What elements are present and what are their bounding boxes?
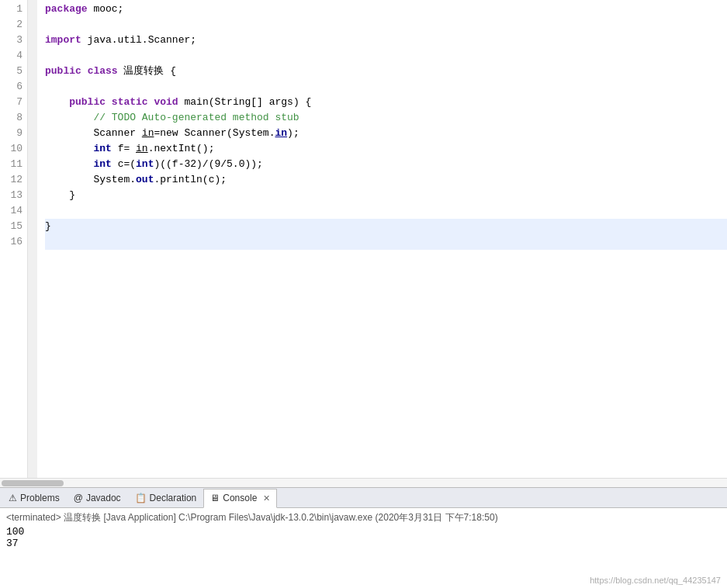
- line-number: 6: [0, 79, 23, 95]
- code-line: Scanner in=new Scanner(System.in);: [45, 126, 727, 141]
- code-token: }: [45, 188, 75, 203]
- code-token: package: [45, 2, 88, 17]
- code-token: )((f-32)/(9/5.0));: [154, 157, 262, 172]
- code-token: in: [275, 126, 287, 141]
- watermark: https://blog.csdn.net/qq_44235147: [590, 576, 721, 585]
- console-tab-icon: 🖥: [210, 493, 220, 503]
- code-line: [45, 79, 727, 95]
- line-number: 14: [0, 203, 23, 219]
- javadoc-tab-icon: @: [74, 493, 83, 503]
- line-number: 16: [0, 234, 23, 250]
- code-token: void: [154, 95, 178, 110]
- code-token: }: [45, 219, 51, 234]
- horizontal-scrollbar[interactable]: [0, 478, 727, 487]
- code-token: int: [93, 157, 111, 172]
- code-token: main(String[] args) {: [178, 95, 312, 110]
- line-number: 2: [0, 17, 23, 33]
- tab-close-icon[interactable]: ✕: [263, 493, 270, 503]
- code-token: .println(c);: [154, 172, 227, 188]
- line-number: 8: [0, 110, 23, 126]
- tab-javadoc[interactable]: @Javadoc: [67, 488, 128, 507]
- console-terminated-text: <terminated> 温度转换 [Java Application] C:\…: [6, 511, 721, 524]
- tab-console[interactable]: 🖥Console✕: [203, 489, 277, 508]
- code-token: System.: [45, 172, 136, 188]
- code-container: 12345678910111213141516 package mooc; im…: [0, 0, 727, 478]
- line-number: 1: [0, 2, 23, 17]
- code-line: }: [45, 219, 727, 234]
- console-content[interactable]: <terminated> 温度转换 [Java Application] C:\…: [0, 508, 727, 588]
- problems-tab-label: Problems: [20, 493, 60, 503]
- bottom-panel: ⚠Problems@Javadoc📋Declaration🖥Console✕ <…: [0, 487, 727, 588]
- scrollbar-thumb[interactable]: [2, 480, 64, 486]
- tabs-bar: ⚠Problems@Javadoc📋Declaration🖥Console✕: [0, 488, 727, 508]
- console-tab-label: Console: [223, 493, 257, 503]
- gutter: [28, 0, 37, 478]
- code-token: in: [136, 141, 148, 157]
- code-line: [45, 48, 727, 64]
- code-token: =new Scanner(System.: [154, 126, 275, 141]
- console-output-line: 100: [6, 526, 721, 538]
- code-line: public static void main(String[] args) {: [45, 95, 727, 110]
- line-numbers: 12345678910111213141516: [0, 0, 28, 478]
- code-line: System.out.println(c);: [45, 172, 727, 188]
- code-token: // TODO Auto-generated method stub: [45, 110, 299, 126]
- code-line: import java.util.Scanner;: [45, 33, 727, 48]
- code-token: );: [287, 126, 299, 141]
- code-token: [81, 64, 88, 79]
- line-number: 15: [0, 219, 23, 234]
- declaration-tab-icon: 📋: [135, 493, 147, 503]
- code-token: static: [112, 95, 148, 110]
- tab-problems[interactable]: ⚠Problems: [2, 488, 67, 507]
- javadoc-tab-label: Javadoc: [86, 493, 121, 503]
- editor-area: 12345678910111213141516 package mooc; im…: [0, 0, 727, 487]
- code-token: [45, 141, 93, 157]
- code-line: // TODO Auto-generated method stub: [45, 110, 727, 126]
- code-line: [45, 203, 727, 219]
- code-token: [45, 157, 93, 172]
- code-token: mooc;: [88, 2, 124, 17]
- code-token: public: [45, 64, 81, 79]
- code-line: int f= in.nextInt();: [45, 141, 727, 157]
- code-token: public: [69, 95, 106, 110]
- code-line: [45, 234, 727, 250]
- console-output-line: 37: [6, 538, 721, 549]
- code-token: int: [136, 157, 154, 172]
- line-number: 5: [0, 64, 23, 79]
- code-line: }: [45, 188, 727, 203]
- code-token: [106, 95, 112, 110]
- code-token: Scanner: [45, 126, 142, 141]
- line-number: 10: [0, 141, 23, 157]
- code-token: c=(: [112, 157, 136, 172]
- code-line: int c=(int)((f-32)/(9/5.0));: [45, 157, 727, 172]
- console-outputs: 10037: [6, 526, 721, 549]
- line-number: 3: [0, 33, 23, 48]
- line-number: 11: [0, 157, 23, 172]
- line-number: 4: [0, 48, 23, 64]
- code-token: [148, 95, 154, 110]
- code-line: public class 温度转换 {: [45, 64, 727, 79]
- declaration-tab-label: Declaration: [150, 493, 197, 503]
- code-token: [45, 95, 69, 110]
- line-number: 13: [0, 188, 23, 203]
- code-editor[interactable]: package mooc; import java.util.Scanner; …: [37, 0, 727, 478]
- code-token: 温度转换 {: [118, 64, 176, 79]
- code-token: class: [88, 64, 118, 79]
- code-token: f=: [112, 141, 136, 157]
- code-token: in: [142, 126, 154, 141]
- code-token: import: [45, 33, 81, 48]
- line-number: 12: [0, 172, 23, 188]
- code-token: int: [93, 141, 111, 157]
- code-token: out: [136, 172, 154, 188]
- code-token: java.util.Scanner;: [81, 33, 196, 48]
- problems-tab-icon: ⚠: [9, 493, 17, 503]
- line-number: 7: [0, 95, 23, 110]
- code-line: package mooc;: [45, 2, 727, 17]
- tab-declaration[interactable]: 📋Declaration: [128, 488, 204, 507]
- code-token: .nextInt();: [148, 141, 215, 157]
- line-number: 9: [0, 126, 23, 141]
- code-line: [45, 17, 727, 33]
